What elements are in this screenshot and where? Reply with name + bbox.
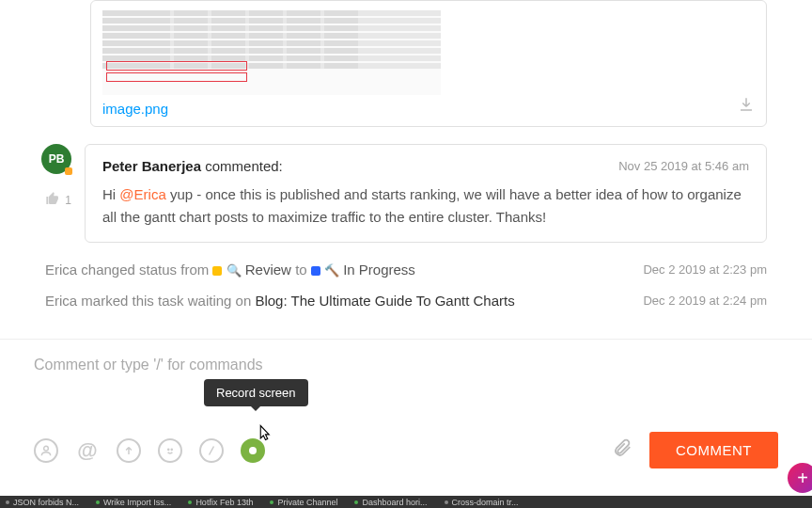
comment-row: PB 1 Peter Banerjea commented: Nov 25 20… (0, 144, 812, 243)
like-count: 1 (65, 194, 71, 207)
svg-point-0 (44, 446, 49, 451)
comment-body: Hi @Erica yup - once this is published a… (102, 183, 749, 229)
composer: Comment or type '/' for commands Record … (0, 339, 812, 480)
slash-command-icon[interactable] (199, 438, 224, 463)
activity-pre: Erica changed status from (45, 262, 212, 278)
like-button[interactable]: 1 (45, 191, 71, 210)
tab-item[interactable]: Wrike Import Iss... (96, 498, 171, 507)
comment-button[interactable]: COMMENT (649, 432, 778, 468)
status-square-yellow (212, 266, 222, 276)
task-link[interactable]: Blog: The Ultimate Guide To Gantt Charts (255, 293, 514, 309)
assign-icon[interactable] (34, 438, 58, 463)
attachment-filename[interactable]: image.png (102, 101, 758, 117)
avatar-initials: PB (49, 152, 65, 166)
commenter: Peter Banerjea commented: (102, 158, 283, 174)
tab-item[interactable]: Cross-domain tr... (445, 498, 519, 507)
cursor-pointer (256, 424, 273, 446)
activity-text: Erica changed status from 🔍 Review to 🔨 … (45, 262, 415, 278)
activity-text: Erica marked this task waiting on Blog: … (45, 293, 515, 309)
upload-icon[interactable] (117, 438, 141, 463)
toolbar-right: COMMENT (612, 432, 778, 468)
attachment-thumbnail (102, 10, 441, 95)
comment-date: Nov 25 2019 at 5:46 am (618, 159, 749, 173)
comment-card: Peter Banerjea commented: Nov 25 2019 at… (85, 144, 767, 243)
comment-header: Peter Banerjea commented: Nov 25 2019 at… (102, 158, 749, 174)
fab-add-button[interactable]: + (788, 463, 812, 493)
activity-to: to (295, 262, 311, 278)
activity-row-waiting: Erica marked this task waiting on Blog: … (0, 293, 812, 309)
svg-point-2 (171, 449, 172, 450)
avatar-status-dot (65, 167, 72, 175)
composer-toolbar: @ COMMENT (34, 432, 778, 468)
magnifier-icon: 🔍 (226, 263, 242, 278)
comment-input[interactable]: Comment or type '/' for commands (34, 357, 778, 373)
toolbar-left: @ (34, 438, 265, 463)
mention[interactable]: @Erica (119, 186, 165, 202)
commenter-action: commented: (205, 158, 283, 174)
main: image.png PB 1 Peter Banerjea commented: (0, 0, 812, 508)
activity-date: Dec 2 2019 at 2:23 pm (643, 262, 767, 277)
hammer-icon: 🔨 (324, 263, 339, 278)
tab-item[interactable]: JSON forbids N... (6, 498, 79, 507)
mention-icon[interactable]: @ (75, 438, 100, 463)
thumbs-up-icon (45, 191, 60, 210)
taskbar: JSON forbids N... Wrike Import Iss... Ho… (0, 496, 812, 508)
status-from: Review (245, 262, 291, 278)
record-tooltip: Record screen (204, 379, 308, 406)
avatar[interactable]: PB (41, 144, 71, 174)
tab-item[interactable]: Private Channel (270, 498, 337, 507)
tab-item[interactable]: Dashboard hori... (354, 498, 427, 507)
emoji-icon[interactable] (158, 438, 182, 463)
status-square-blue (311, 266, 320, 276)
status-to: In Progress (343, 262, 415, 278)
activity-pre2: Erica marked this task waiting on (45, 293, 255, 309)
activity-row-status: Erica changed status from 🔍 Review to 🔨 … (0, 262, 812, 278)
commenter-name: Peter Banerjea (102, 158, 201, 174)
activity-date: Dec 2 2019 at 2:24 pm (643, 294, 767, 308)
download-icon[interactable] (738, 96, 755, 117)
attachment-preview[interactable]: image.png (90, 0, 767, 127)
tab-item[interactable]: Hotfix Feb 13th (188, 498, 253, 507)
comment-text-hi: Hi (102, 186, 119, 202)
svg-point-1 (168, 449, 169, 450)
comment-text-body: yup - once this is published and starts … (102, 186, 742, 225)
attach-icon[interactable] (612, 437, 632, 464)
